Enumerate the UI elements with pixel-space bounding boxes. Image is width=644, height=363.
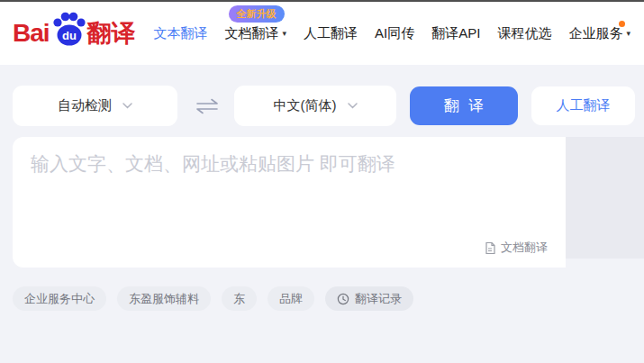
quick-tags-row: 企业服务中心 东盈服饰辅料 东 品牌 翻译记录 xyxy=(13,286,413,311)
tag-dongying-apparel[interactable]: 东盈服饰辅料 xyxy=(117,286,211,311)
target-language-select[interactable]: 中文(简体) xyxy=(234,86,396,126)
translation-result-panel xyxy=(566,137,644,259)
nav-courses[interactable]: 课程优选 xyxy=(497,25,551,42)
logo-text-fanyi: 翻译 xyxy=(87,17,136,50)
notification-dot xyxy=(619,21,625,27)
doc-translate-link[interactable]: 文档翻译 xyxy=(484,240,548,256)
translation-history-button[interactable]: 翻译记录 xyxy=(325,286,413,311)
nav-ai-simultaneous[interactable]: AI同传 xyxy=(375,25,414,42)
source-language-value: 自动检测 xyxy=(58,97,112,114)
human-translate-button[interactable]: 人工翻译 xyxy=(531,86,635,125)
doc-translate-label: 文档翻译 xyxy=(501,240,548,256)
svg-text:du: du xyxy=(62,29,77,42)
nav-human-translate[interactable]: 人工翻译 xyxy=(304,25,358,42)
chevron-down-icon xyxy=(122,103,132,109)
nav-text-translate[interactable]: 文本翻译 xyxy=(154,25,208,42)
tag-brand[interactable]: 品牌 xyxy=(268,286,314,311)
baidu-translate-logo[interactable]: Bai du 翻译 xyxy=(13,11,136,56)
main-nav: 文本翻译 全新升级 文档翻译 ▾ 人工翻译 AI同传 翻译API 课程优选 企业… xyxy=(154,25,630,42)
translation-history-label: 翻译记录 xyxy=(355,291,402,307)
swap-languages-button[interactable] xyxy=(190,86,224,126)
document-icon xyxy=(484,241,496,255)
logo-text-bai: Bai xyxy=(13,19,50,48)
source-language-select[interactable]: 自动检测 xyxy=(13,86,177,126)
header: Bai du 翻译 文本翻译 全新升级 文档翻译 ▾ 人工翻译 AI同传 xyxy=(0,2,644,65)
source-text-panel: 文档翻译 xyxy=(13,137,566,268)
target-language-value: 中文(简体) xyxy=(274,97,337,114)
baidu-paw-icon: du xyxy=(50,11,86,50)
chevron-down-icon xyxy=(348,103,358,109)
nav-enterprise-services[interactable]: 企业服务 ▾ xyxy=(568,25,630,42)
source-text-input[interactable] xyxy=(13,137,566,227)
new-upgrade-badge: 全新升级 xyxy=(229,5,285,23)
tag-dong[interactable]: 东 xyxy=(222,286,257,311)
clock-icon xyxy=(337,293,349,305)
chevron-down-icon: ▾ xyxy=(283,29,287,38)
tag-enterprise-service-center[interactable]: 企业服务中心 xyxy=(13,286,106,311)
nav-translate-api[interactable]: 翻译API xyxy=(431,25,480,42)
swap-arrows-icon xyxy=(195,98,219,114)
nav-doc-translate[interactable]: 全新升级 文档翻译 ▾ xyxy=(225,25,287,42)
chevron-down-icon: ▾ xyxy=(626,29,630,38)
translate-button[interactable]: 翻译 xyxy=(410,86,518,125)
